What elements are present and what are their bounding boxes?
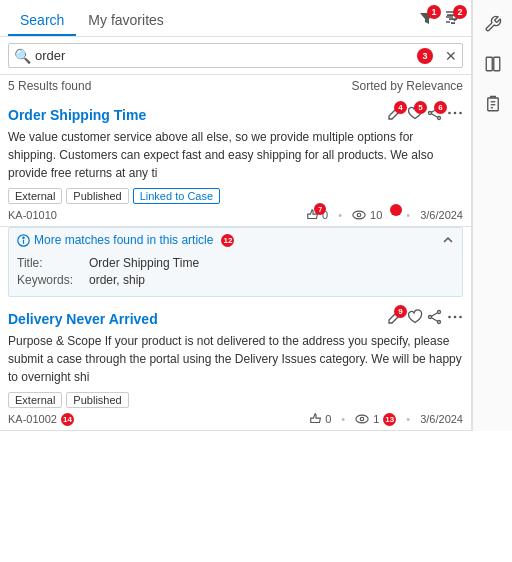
sidebar-columns-button[interactable] [477, 48, 509, 80]
search-icon: 🔍 [14, 48, 31, 64]
search-input[interactable] [8, 43, 463, 68]
article-case-1: KA-01010 [8, 209, 57, 221]
svg-point-12 [357, 213, 361, 217]
article-meta-2: KA-01002 14 0 • 1 13 [8, 412, 463, 426]
tab-search[interactable]: Search [8, 6, 76, 36]
matches-row-keywords: Keywords: order, ship [17, 273, 454, 287]
svg-point-4 [438, 117, 441, 120]
article-date-2: 3/6/2024 [420, 413, 463, 425]
edit-icon-1[interactable]: 4 [387, 105, 403, 124]
like-stat-num-badge-1: 7 [314, 203, 326, 215]
edit-badge-2: 9 [394, 305, 407, 318]
sidebar-clipboard-button[interactable] [477, 88, 509, 120]
view-badge-2: 13 [383, 413, 396, 426]
svg-point-10 [459, 112, 462, 115]
svg-line-20 [431, 318, 437, 322]
more-matches-header-text: More matches found in this article 12 [17, 233, 234, 247]
svg-rect-27 [493, 57, 499, 71]
svg-line-19 [431, 313, 437, 317]
like-stat-2: 0 [309, 412, 331, 426]
article-card-2: Delivery Never Arrived 9 [0, 301, 471, 431]
article-tags-1: External Published Linked to Case [8, 188, 463, 204]
tab-favorites[interactable]: My favorites [76, 6, 175, 36]
svg-point-11 [353, 211, 365, 219]
view-badge-1 [390, 204, 402, 216]
like-badge-1: 5 [414, 101, 427, 114]
tag-published-1: Published [66, 188, 128, 204]
article-date-1: 3/6/2024 [420, 209, 463, 221]
svg-rect-26 [486, 57, 492, 71]
sort-badge: 2 [453, 5, 467, 19]
article-title-row-1: Order Shipping Time 4 5 6 [8, 105, 463, 124]
results-count: 5 Results found [8, 79, 91, 93]
view-stat-1: 10 [352, 208, 396, 222]
sidebar-wrench-button[interactable] [477, 8, 509, 40]
article-card-1: Order Shipping Time 4 5 6 [0, 97, 471, 227]
article-meta-1: KA-01010 7 0 • 10 [8, 208, 463, 222]
share-icon-2[interactable] [427, 309, 443, 328]
svg-point-24 [356, 415, 368, 423]
case-badge-wrap-2: 14 [61, 413, 74, 426]
share-icon-1[interactable]: 6 [427, 105, 443, 124]
filter-badge: 1 [427, 5, 441, 19]
tag-external-2: External [8, 392, 62, 408]
svg-point-18 [429, 316, 432, 319]
svg-point-8 [448, 112, 451, 115]
article-title-1[interactable]: Order Shipping Time [8, 107, 146, 123]
tabs-header: Search My favorites 1 [0, 0, 471, 37]
article-case-wrap-2: KA-01002 14 [8, 413, 74, 426]
like-stat-1: 7 0 [306, 208, 328, 222]
tag-published-2: Published [66, 392, 128, 408]
article-title-2[interactable]: Delivery Never Arrived [8, 311, 158, 327]
content-area: Search My favorites 1 [0, 0, 472, 431]
tag-linked-1: Linked to Case [133, 188, 220, 204]
right-sidebar [472, 0, 512, 431]
like-icon-1[interactable]: 5 [407, 105, 423, 124]
meta-stats-2: 0 • 1 13 • 3/6/2024 [309, 412, 463, 426]
sort-button[interactable]: 2 [443, 9, 463, 33]
results-sort: Sorted by Relevance [352, 79, 463, 93]
tabs-left: Search My favorites [8, 6, 176, 36]
view-stat-2: 1 13 [355, 412, 396, 426]
article-title-row-2: Delivery Never Arrived 9 [8, 309, 463, 328]
main-container: Search My favorites 1 [0, 0, 512, 431]
more-icon-2[interactable] [447, 309, 463, 328]
article-tags-2: External Published [8, 392, 463, 408]
svg-line-7 [431, 114, 437, 118]
svg-point-22 [454, 316, 457, 319]
article-actions-2: 9 [387, 309, 463, 328]
svg-point-5 [429, 112, 432, 115]
tabs-right: 1 2 [417, 9, 463, 33]
svg-point-21 [448, 316, 451, 319]
clear-search-button[interactable]: ✕ [445, 48, 457, 64]
svg-point-15 [23, 237, 24, 238]
results-summary: 5 Results found Sorted by Relevance [0, 75, 471, 97]
matches-row-title: Title: Order Shipping Time [17, 256, 454, 270]
collapse-icon-1 [442, 234, 454, 246]
tag-external-1: External [8, 188, 62, 204]
svg-point-17 [438, 321, 441, 324]
search-input-wrap: 🔍 3 ✕ [8, 43, 463, 68]
more-matches-badge-1: 12 [221, 234, 234, 247]
search-count-badge: 3 [417, 48, 433, 64]
more-matches-panel-1: More matches found in this article 12 Ti… [8, 227, 463, 297]
like-icon-2[interactable] [407, 309, 423, 328]
article-excerpt-2: Purpose & Scope If your product is not d… [8, 332, 463, 386]
meta-stats-1: 7 0 • 10 • 3/6/2024 [306, 208, 463, 222]
svg-point-9 [454, 112, 457, 115]
more-icon-1[interactable] [447, 105, 463, 124]
article-case-2: KA-01002 [8, 413, 57, 425]
more-matches-body-1: Title: Order Shipping Time Keywords: ord… [9, 252, 462, 296]
case-badge-2: 14 [61, 413, 74, 426]
share-badge-1: 6 [434, 101, 447, 114]
svg-point-23 [459, 316, 462, 319]
edit-badge-1: 4 [394, 101, 407, 114]
search-bar: 🔍 3 ✕ [0, 37, 471, 75]
svg-point-16 [438, 311, 441, 314]
like-stat-badge-1: 7 [306, 208, 320, 222]
article-excerpt-1: We value customer service above all else… [8, 128, 463, 182]
edit-icon-2[interactable]: 9 [387, 309, 403, 328]
article-actions-1: 4 5 6 [387, 105, 463, 124]
more-matches-toggle-1[interactable]: More matches found in this article 12 [9, 228, 462, 252]
filter-button[interactable]: 1 [417, 9, 437, 33]
